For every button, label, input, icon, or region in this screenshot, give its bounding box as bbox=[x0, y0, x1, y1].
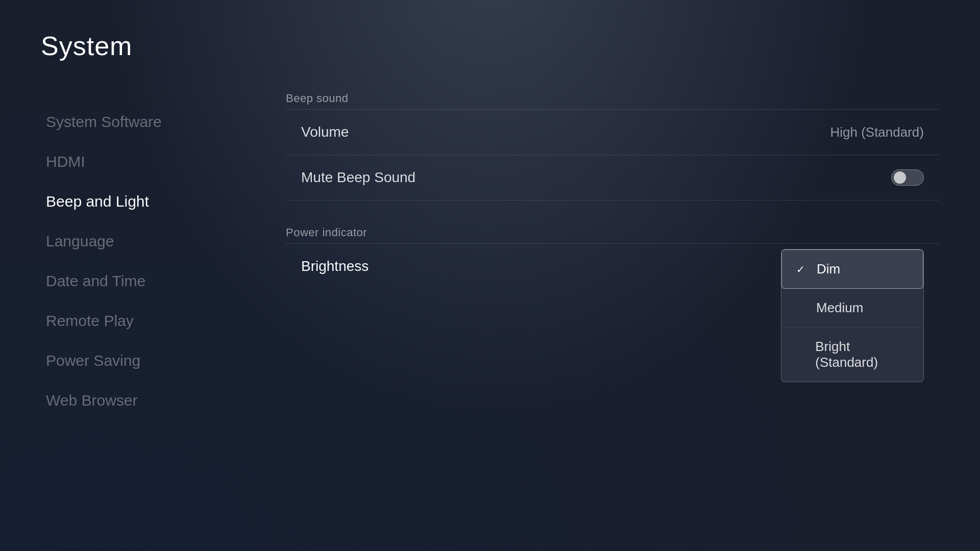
page-title: System bbox=[41, 31, 939, 61]
volume-row[interactable]: Volume High (Standard) bbox=[286, 109, 939, 155]
mute-beep-toggle[interactable] bbox=[891, 169, 924, 186]
mute-beep-label: Mute Beep Sound bbox=[301, 169, 415, 186]
volume-label: Volume bbox=[301, 124, 349, 140]
sidebar-item-language[interactable]: Language bbox=[41, 221, 255, 261]
dropdown-option-medium[interactable]: Medium bbox=[781, 289, 923, 328]
dropdown-option-bright-standard[interactable]: Bright (Standard) bbox=[781, 328, 923, 382]
sidebar-item-power-saving[interactable]: Power Saving bbox=[41, 341, 255, 381]
beep-sound-section: Beep sound Volume High (Standard) Mute B… bbox=[286, 92, 939, 201]
dropdown-option-bright-label: Bright (Standard) bbox=[815, 339, 909, 370]
power-indicator-section: Power indicator Brightness ✓ Dim Medium bbox=[286, 226, 939, 289]
sidebar-item-hdmi[interactable]: HDMI bbox=[41, 142, 255, 182]
power-indicator-label: Power indicator bbox=[286, 226, 939, 239]
sidebar-item-system-software[interactable]: System Software bbox=[41, 102, 255, 142]
brightness-row[interactable]: Brightness ✓ Dim Medium Br bbox=[286, 243, 939, 289]
volume-value: High (Standard) bbox=[830, 124, 924, 140]
sidebar: System Software HDMI Beep and Light Lang… bbox=[41, 92, 255, 520]
sidebar-item-remote-play[interactable]: Remote Play bbox=[41, 301, 255, 341]
dropdown-option-dim[interactable]: ✓ Dim bbox=[781, 249, 923, 289]
sidebar-item-web-browser[interactable]: Web Browser bbox=[41, 381, 255, 420]
dropdown-option-medium-label: Medium bbox=[816, 300, 863, 316]
sidebar-item-date-and-time[interactable]: Date and Time bbox=[41, 261, 255, 301]
main-content: Beep sound Volume High (Standard) Mute B… bbox=[255, 92, 939, 520]
brightness-label: Brightness bbox=[301, 258, 369, 274]
brightness-dropdown[interactable]: ✓ Dim Medium Bright (Standard) bbox=[781, 249, 924, 382]
beep-sound-label: Beep sound bbox=[286, 92, 939, 105]
dropdown-option-dim-label: Dim bbox=[817, 261, 840, 277]
checkmark-icon: ✓ bbox=[796, 263, 808, 276]
sidebar-item-beep-and-light[interactable]: Beep and Light bbox=[41, 182, 255, 221]
mute-beep-row[interactable]: Mute Beep Sound bbox=[286, 155, 939, 201]
